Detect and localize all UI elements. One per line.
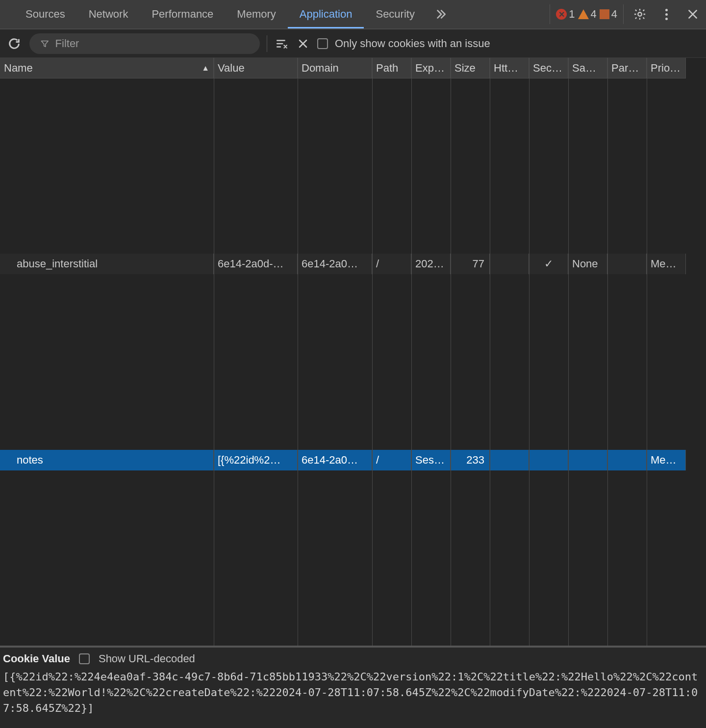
gear-icon (633, 7, 647, 21)
filter-input[interactable] (55, 37, 249, 50)
cell-priority: Me… (647, 254, 686, 274)
issue-icon (600, 9, 609, 19)
cell-secure: ✓ (529, 254, 568, 274)
col-header-expires[interactable]: Exp… (411, 58, 451, 78)
cell-domain: 6e14-2a0… (298, 450, 372, 470)
cell-path: / (372, 254, 411, 274)
cell-path: / (372, 450, 411, 470)
col-header-partition[interactable]: Par… (607, 58, 647, 78)
only-issues-label: Only show cookies with an issue (335, 37, 490, 50)
chevron-double-right-icon (434, 8, 447, 21)
status-warnings-count: 4 (591, 8, 597, 21)
col-header-priority[interactable]: Prio… (647, 58, 686, 78)
tab-security[interactable]: Security (364, 0, 426, 28)
cell-expires: 202… (411, 254, 451, 274)
cell-secure (529, 450, 568, 470)
clear-filter-button[interactable] (274, 36, 289, 51)
cookies-toolbar: Only show cookies with an issue (0, 29, 706, 58)
col-header-domain[interactable]: Domain (298, 58, 372, 78)
close-icon (686, 8, 699, 21)
warning-icon (578, 9, 589, 19)
cell-expires: Ses… (411, 450, 451, 470)
tabbar-right-buttons (624, 6, 701, 23)
cell-name: notes (0, 450, 214, 470)
clear-filter-icon (275, 37, 288, 50)
cell-name: abuse_interstitial (0, 254, 214, 274)
cell-priority: Me… (647, 450, 686, 470)
only-issues-checkbox[interactable] (317, 38, 328, 49)
col-header-value[interactable]: Value (214, 58, 298, 78)
cookie-value-body[interactable]: [{%22id%22:%224e4ea0af-384c-49c7-8b6d-71… (3, 669, 703, 716)
cell-value: 6e14-2a0d-… (214, 254, 298, 274)
close-devtools-button[interactable] (684, 6, 701, 23)
col-header-size[interactable]: Size (451, 58, 490, 78)
tab-memory[interactable]: Memory (225, 0, 287, 28)
status-issues-count: 4 (611, 8, 617, 21)
status-errors[interactable]: ✕ 1 (556, 8, 575, 21)
cell-samesite (568, 450, 607, 470)
col-header-httponly[interactable]: Htt… (490, 58, 529, 78)
status-icons: ✕ 1 4 4 (550, 4, 624, 24)
tab-performance[interactable]: Performance (140, 0, 225, 28)
cell-size: 233 (451, 450, 490, 470)
svg-point-0 (638, 12, 641, 16)
cell-httponly (490, 450, 529, 470)
reload-button[interactable] (6, 35, 23, 52)
reload-icon (7, 37, 21, 51)
cookie-value-title: Cookie Value (3, 652, 70, 665)
cookies-table: Name ▲ Value Domain Path Exp… Size Htt… … (0, 58, 706, 646)
kebab-icon (665, 9, 668, 20)
url-decode-checkbox[interactable] (79, 653, 90, 664)
clear-cookies-button[interactable] (296, 36, 310, 51)
error-icon: ✕ (556, 9, 567, 20)
cell-value: [{%22id%2… (214, 450, 298, 470)
col-header-path[interactable]: Path (372, 58, 411, 78)
col-header-samesite[interactable]: Sa… (568, 58, 607, 78)
status-errors-count: 1 (569, 8, 575, 21)
url-decode-label: Show URL-decoded (99, 652, 195, 665)
devtools-tabs: Sources Network Performance Memory Appli… (14, 0, 455, 28)
tabs-overflow-button[interactable] (427, 0, 455, 28)
col-header-name-label: Name (4, 61, 33, 76)
cookie-value-panel: Cookie Value Show URL-decoded [{%22id%22… (0, 646, 706, 728)
cell-httponly (490, 254, 529, 274)
tab-network[interactable]: Network (77, 0, 140, 28)
status-issues[interactable]: 4 (600, 8, 617, 21)
cell-partition (607, 450, 647, 470)
status-warnings[interactable]: 4 (578, 8, 597, 21)
filter-field[interactable] (29, 33, 260, 54)
cell-partition (607, 254, 647, 274)
settings-button[interactable] (631, 6, 648, 23)
tab-sources[interactable]: Sources (14, 0, 77, 28)
kebab-menu-button[interactable] (658, 6, 675, 23)
col-header-secure[interactable]: Sec… (529, 58, 568, 78)
tab-application[interactable]: Application (288, 0, 364, 28)
cell-size: 77 (451, 254, 490, 274)
sort-asc-icon: ▲ (202, 61, 209, 76)
filter-icon (40, 39, 50, 49)
col-header-name[interactable]: Name ▲ (0, 58, 214, 78)
cell-samesite: None (568, 254, 607, 274)
cell-domain: 6e14-2a0… (298, 254, 372, 274)
devtools-tabbar: Sources Network Performance Memory Appli… (0, 0, 706, 29)
toolbar-divider (267, 35, 267, 52)
close-icon (297, 38, 309, 50)
